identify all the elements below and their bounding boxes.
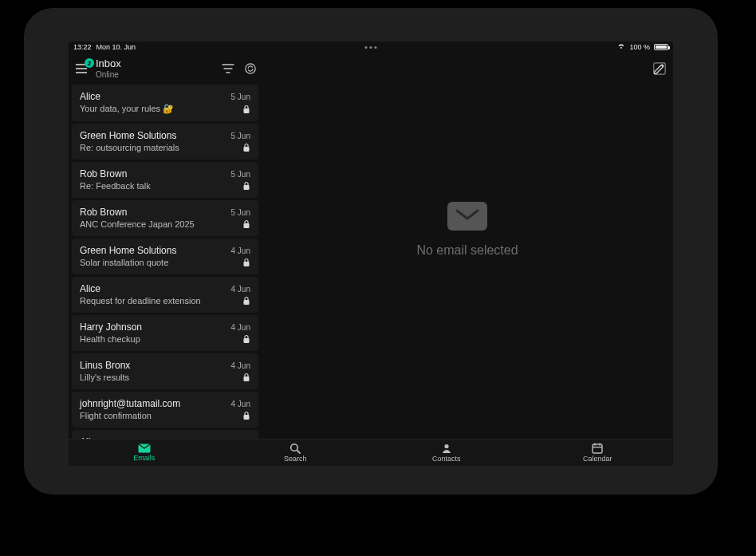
email-item[interactable]: Rob Brown5 JunRe: Feedback talk (72, 162, 258, 198)
battery-text: 100 % (629, 43, 650, 51)
nav-label: Search (284, 455, 307, 463)
svg-point-0 (246, 64, 255, 73)
svg-rect-9 (244, 415, 250, 420)
svg-rect-8 (244, 377, 250, 381)
connection-status: Online (96, 70, 121, 79)
email-date: 4 Jun (231, 323, 250, 332)
email-sender: Linus Bronx (80, 360, 130, 371)
calendar-icon (592, 443, 603, 454)
menu-button[interactable]: 2 (73, 61, 89, 77)
wifi-icon (617, 43, 625, 51)
email-sender: Green Home Solutions (80, 245, 176, 256)
mail-icon (138, 444, 151, 453)
encrypted-icon (242, 258, 250, 267)
email-subject: Re: outsourcing materials (80, 143, 179, 152)
encrypted-icon (242, 104, 250, 114)
email-subject: Solar installation quote (80, 258, 168, 267)
contacts-icon (441, 443, 452, 454)
email-subject: Your data, your rules 🔐 (80, 104, 174, 114)
email-date: 4 Jun (231, 285, 250, 294)
empty-envelope-icon (447, 202, 487, 231)
email-item[interactable]: Harry Johnson4 JunHealth checkup (72, 315, 258, 351)
status-time: 13:22 (73, 43, 92, 51)
email-sender: Rob Brown (80, 168, 127, 179)
nav-item-search[interactable]: Search (220, 440, 372, 466)
svg-rect-2 (244, 147, 250, 152)
encrypted-icon (242, 181, 250, 191)
bottom-nav: EmailsSearchContactsCalendar (69, 439, 673, 466)
email-date: 5 Jun (231, 170, 250, 179)
status-date: Mon 10. Jun (96, 43, 136, 51)
unread-badge: 2 (85, 58, 94, 68)
encrypted-icon (242, 334, 250, 344)
battery-icon (654, 44, 668, 50)
email-item[interactable]: johnright@tutamail.com4 JunFlight confir… (72, 392, 258, 428)
email-sender: Harry Johnson (80, 321, 142, 333)
sidebar: 2 Inbox Online Alice5 (69, 53, 262, 439)
email-date: 5 Jun (231, 208, 250, 217)
search-icon (289, 443, 301, 454)
email-date: 4 Jun (231, 400, 250, 408)
nav-label: Emails (133, 454, 155, 462)
email-subject: Lilly's results (80, 373, 129, 382)
encrypted-icon (242, 219, 250, 229)
email-sender: johnright@tutamail.com (80, 398, 180, 409)
multitask-dots[interactable] (365, 46, 377, 49)
email-item[interactable]: Green Home Solutions5 JunRe: outsourcing… (72, 124, 258, 160)
email-date: 4 Jun (231, 438, 250, 439)
email-item[interactable]: Alice4 Jun (72, 430, 258, 439)
nav-item-emails[interactable]: Emails (69, 440, 220, 466)
svg-rect-7 (244, 338, 250, 343)
encrypted-icon (242, 411, 250, 420)
nav-label: Calendar (583, 455, 612, 463)
encrypted-icon (242, 296, 250, 306)
email-sender: Alice (80, 283, 100, 294)
nav-item-contacts[interactable]: Contacts (371, 440, 522, 466)
sidebar-header: 2 Inbox Online (69, 53, 262, 85)
folder-title: Inbox (96, 58, 121, 69)
email-subject: Request for deadline extension (80, 296, 201, 306)
email-date: 5 Jun (231, 132, 250, 140)
empty-text: No email selected (416, 243, 518, 258)
email-date: 4 Jun (231, 246, 250, 255)
email-item[interactable]: Alice4 JunRequest for deadline extension (72, 277, 258, 313)
email-subject: Health checkup (80, 334, 140, 344)
email-sender: Alice (80, 91, 100, 102)
svg-rect-6 (244, 300, 250, 305)
email-subject: ANC Conference Japan 2025 (80, 219, 195, 229)
email-sender: Rob Brown (80, 207, 127, 218)
sync-icon[interactable] (244, 62, 257, 75)
encrypted-icon (242, 143, 250, 152)
main-pane: No email selected (262, 53, 673, 439)
svg-rect-3 (244, 185, 250, 190)
email-sender: Green Home Solutions (80, 130, 176, 141)
email-item[interactable]: Rob Brown5 JunANC Conference Japan 2025 (72, 200, 258, 236)
email-date: 5 Jun (231, 93, 250, 101)
email-item[interactable]: Green Home Solutions4 JunSolar installat… (72, 239, 258, 274)
email-subject: Re: Feedback talk (80, 181, 151, 191)
svg-rect-1 (244, 108, 250, 113)
encrypted-icon (242, 373, 250, 382)
nav-label: Contacts (432, 455, 461, 463)
svg-rect-4 (244, 223, 250, 228)
email-item[interactable]: Linus Bronx4 JunLilly's results (72, 353, 258, 389)
email-item[interactable]: Alice5 JunYour data, your rules 🔐 (72, 85, 258, 121)
email-subject: Flight confirmation (80, 411, 152, 420)
svg-rect-5 (244, 262, 250, 266)
status-bar: 13:22 Mon 10. Jun 100 % (69, 41, 673, 53)
email-date: 4 Jun (231, 361, 250, 370)
svg-rect-15 (593, 444, 602, 453)
filter-icon[interactable] (222, 63, 234, 74)
svg-point-14 (444, 444, 448, 448)
svg-point-13 (291, 444, 298, 452)
email-sender: Alice (80, 436, 100, 439)
email-list: Alice5 JunYour data, your rules 🔐Green H… (69, 85, 262, 439)
nav-item-calendar[interactable]: Calendar (522, 440, 674, 466)
